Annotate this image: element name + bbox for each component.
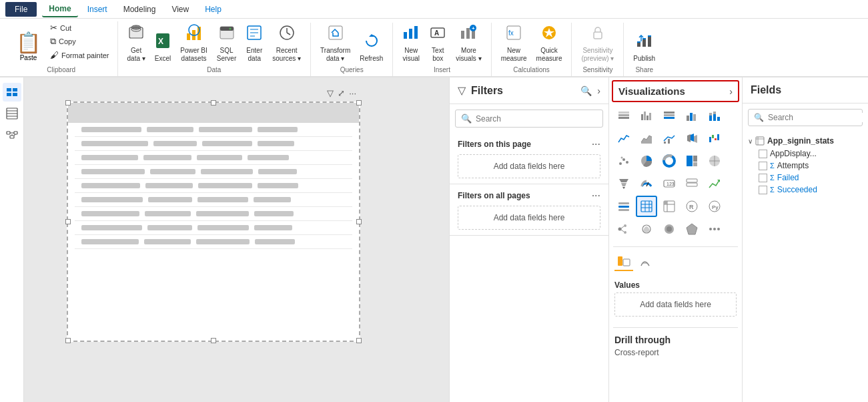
new-visual-button[interactable]: Newvisual — [398, 23, 424, 64]
home-menu[interactable]: Home — [42, 1, 77, 17]
filters-on-page-section: Filters on this page ··· Add data fields… — [450, 133, 608, 184]
viz-area[interactable] — [636, 128, 657, 149]
viz-waterfall[interactable] — [704, 128, 725, 149]
view-menu[interactable]: View — [165, 2, 195, 17]
filters-on-page-add[interactable]: Add data fields here — [458, 154, 600, 178]
viz-filled-map[interactable] — [659, 218, 680, 240]
viz-pie[interactable] — [636, 150, 657, 172]
viz-line-clustered[interactable] — [659, 128, 680, 149]
viz-gauge[interactable] — [636, 173, 657, 194]
viz-scatter[interactable] — [613, 150, 634, 172]
filters-all-pages-more[interactable]: ··· — [592, 190, 600, 202]
resize-handle-t[interactable] — [211, 100, 216, 106]
fields-checkbox-appdisplay[interactable] — [759, 150, 767, 158]
viz-ai-insights[interactable] — [636, 218, 657, 240]
viz-table[interactable] — [636, 196, 657, 217]
copy-label: Copy — [59, 37, 76, 45]
viz-card[interactable]: 123 — [659, 173, 680, 194]
resize-handle-tl[interactable] — [65, 100, 71, 106]
filters-search-input[interactable] — [476, 114, 597, 124]
visual-focus-icon[interactable]: ⤢ — [338, 88, 345, 98]
quick-measure-button[interactable]: Quickmeasure — [532, 23, 566, 64]
viz-r-script[interactable]: R — [681, 196, 703, 217]
fields-field-appdisplay[interactable]: AppDisplay... — [748, 148, 863, 160]
viz-ribbon[interactable] — [681, 128, 703, 149]
viz-decomp-tree[interactable] — [613, 218, 634, 240]
row-cell — [148, 197, 192, 202]
paste-button[interactable]: 📋 Paste — [11, 28, 46, 64]
file-menu[interactable]: File — [5, 2, 37, 17]
recent-sources-button[interactable]: Recentsources ▾ — [268, 23, 305, 64]
fields-field-succeeded[interactable]: Σ Succeeded — [748, 184, 863, 196]
new-measure-button[interactable]: fx Newmeasure — [497, 23, 531, 64]
filters-on-page-more[interactable]: ··· — [592, 138, 600, 150]
report-view-icon[interactable] — [3, 83, 21, 102]
enter-data-button[interactable]: Enterdata — [242, 23, 267, 64]
fields-checkbox-succeeded[interactable] — [759, 186, 767, 194]
viz-clustered-bar[interactable] — [636, 105, 657, 126]
get-data-button[interactable]: Getdata ▾ — [123, 23, 149, 64]
viz-donut[interactable] — [659, 150, 680, 172]
svg-text:A: A — [434, 29, 439, 37]
viz-treemap[interactable] — [681, 150, 703, 172]
viz-slicer[interactable] — [613, 196, 634, 217]
values-add-fields[interactable]: Add data fields here — [614, 292, 737, 317]
viz-expand-icon[interactable]: › — [729, 86, 733, 97]
resize-handle-br[interactable] — [356, 338, 362, 343]
viz-stacked-column[interactable] — [704, 105, 725, 126]
power-bi-datasets-button[interactable]: Power BIdatasets — [176, 23, 211, 64]
format-tab-icon[interactable] — [636, 252, 655, 271]
help-menu[interactable]: Help — [198, 2, 228, 17]
viz-kpi[interactable] — [704, 173, 725, 194]
sql-server-button[interactable]: SQLServer — [213, 23, 240, 64]
refresh-button[interactable]: Refresh — [356, 31, 387, 64]
resize-handle-r[interactable] — [356, 219, 362, 224]
more-visuals-button[interactable]: + Morevisuals ▾ — [452, 23, 485, 64]
fields-checkbox-attempts[interactable] — [759, 162, 767, 170]
sensitivity-button[interactable]: Sensitivity(preview) ▾ — [577, 23, 618, 64]
viz-funnel[interactable] — [613, 173, 634, 194]
publish-button[interactable]: Publish — [629, 31, 659, 64]
viz-100-bar[interactable] — [659, 105, 680, 126]
transform-data-button[interactable]: Transformdata ▾ — [316, 23, 354, 64]
viz-stacked-bar[interactable] — [613, 105, 634, 126]
copy-button[interactable]: ⧉ Copy — [47, 35, 112, 48]
cut-button[interactable]: ✂ Cut — [47, 21, 112, 34]
filters-search-box[interactable]: 🔍 — [455, 110, 603, 128]
data-view-icon[interactable] — [3, 104, 21, 123]
viz-more-options[interactable] — [704, 218, 725, 240]
transform-data-icon — [327, 24, 344, 45]
visual-more-icon[interactable]: ··· — [349, 88, 356, 98]
visual-filter-icon[interactable]: ▽ — [327, 88, 334, 98]
fields-field-attempts[interactable]: Σ Attempts — [748, 160, 863, 172]
svg-text:Py: Py — [712, 204, 719, 210]
filters-search-icon[interactable]: 🔍 — [580, 85, 592, 96]
format-painter-button[interactable]: 🖌 Format painter — [47, 49, 112, 61]
viz-line[interactable] — [613, 128, 634, 149]
resize-handle-tr[interactable] — [356, 100, 362, 106]
fields-table-app-signin[interactable]: ∨ App_signin_stats — [748, 134, 863, 148]
fields-search-input[interactable] — [768, 113, 868, 122]
filters-all-pages-add[interactable]: Add data fields here — [458, 206, 600, 230]
viz-python[interactable]: Py — [704, 196, 725, 217]
text-box-button[interactable]: A Textbox — [425, 23, 450, 64]
fields-search-box[interactable]: 🔍 — [748, 109, 863, 126]
modeling-menu[interactable]: Modeling — [117, 2, 163, 17]
filters-expand-icon[interactable]: › — [597, 85, 600, 96]
canvas-visual[interactable]: ▽ ⤢ ··· — [67, 102, 360, 342]
row-cell — [196, 239, 250, 244]
model-view-icon[interactable] — [3, 126, 21, 144]
excel-button[interactable]: X Excel — [151, 31, 175, 64]
viz-clustered-column[interactable] — [681, 105, 703, 126]
viz-matrix[interactable] — [659, 196, 680, 217]
insert-menu[interactable]: Insert — [81, 2, 114, 17]
viz-multi-row-card[interactable] — [681, 173, 703, 194]
viz-map[interactable] — [704, 150, 725, 172]
build-tab-icon[interactable] — [614, 252, 633, 271]
fields-field-failed[interactable]: Σ Failed — [748, 172, 863, 184]
resize-handle-b[interactable] — [211, 338, 216, 343]
resize-handle-bl[interactable] — [65, 338, 71, 343]
resize-handle-l[interactable] — [65, 219, 71, 224]
viz-shape-map[interactable] — [681, 218, 703, 240]
fields-checkbox-failed[interactable] — [759, 174, 767, 182]
